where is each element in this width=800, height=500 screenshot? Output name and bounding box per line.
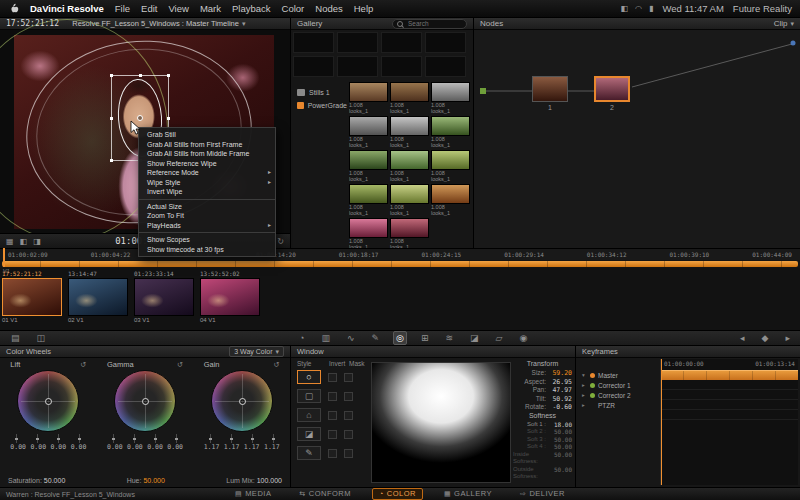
disclosure-triangle-icon[interactable]: ▸ bbox=[582, 382, 587, 388]
adjustment-value[interactable]: 50.000 bbox=[143, 477, 164, 484]
gallery-still[interactable]: 1.008 looks_1 bbox=[349, 184, 388, 216]
color-match-icon[interactable]: ◫ bbox=[34, 331, 49, 345]
nodes-mode-dropdown[interactable]: Clip▾ bbox=[774, 19, 794, 28]
wheel-value-r[interactable]: 0.00 bbox=[30, 443, 46, 451]
mask-toggle[interactable] bbox=[344, 411, 353, 420]
gallery-still[interactable]: 1.008 looks_1 bbox=[390, 82, 429, 114]
wipe-horizontal-icon[interactable]: ◧ bbox=[20, 237, 28, 246]
menu-item[interactable]: Nodes bbox=[315, 3, 342, 14]
rectangle-window[interactable]: ▢ bbox=[297, 389, 321, 403]
wheel-master-sliders[interactable] bbox=[196, 433, 288, 443]
page-tab[interactable]: ▤ MEDIA bbox=[228, 488, 278, 500]
disclosure-triangle-icon[interactable]: ▸ bbox=[582, 392, 587, 398]
clip-thumbnail[interactable] bbox=[200, 278, 260, 316]
transform-value[interactable]: 26.95 bbox=[549, 378, 572, 387]
wheel-value-y[interactable]: 0.00 bbox=[10, 443, 26, 451]
transform-value[interactable]: -0.60 bbox=[549, 403, 572, 412]
gallery-still[interactable]: 1.008 looks_1 bbox=[431, 116, 470, 148]
context-menu-item[interactable]: Show timecode at 30 fps bbox=[139, 245, 275, 255]
mask-toggle[interactable] bbox=[344, 449, 353, 458]
invert-toggle[interactable] bbox=[328, 449, 337, 458]
circle-window[interactable]: ○ bbox=[297, 370, 321, 384]
gallery-still[interactable]: 1.008 looks_1 bbox=[431, 184, 470, 216]
menu-item[interactable]: File bbox=[115, 3, 130, 14]
keyframe-timeline[interactable]: 01:00:00:00 01:00:13:14 bbox=[660, 359, 798, 485]
timeline-clip[interactable]: 01:23:33:14 03 V1 bbox=[134, 270, 194, 325]
empty-still-slot[interactable] bbox=[381, 32, 422, 53]
loop-icon[interactable]: ↻ bbox=[277, 237, 284, 246]
gradient-window[interactable]: ◪ bbox=[297, 427, 321, 441]
wheel-value-y[interactable]: 1.17 bbox=[204, 443, 220, 451]
gallery-still[interactable]: 1.008 looks_1 bbox=[390, 218, 429, 248]
clip-thumbnail[interactable] bbox=[2, 278, 62, 316]
wheel-puck-area[interactable] bbox=[17, 370, 79, 432]
wifi-icon[interactable]: ◠ bbox=[635, 4, 642, 13]
empty-still-slot[interactable] bbox=[293, 32, 334, 53]
apple-menu[interactable] bbox=[8, 3, 19, 14]
wheel-mode-dropdown[interactable]: 3 Way Color▾ bbox=[229, 346, 284, 357]
wheel-puck[interactable] bbox=[239, 398, 246, 405]
wheel-master-sliders[interactable] bbox=[2, 433, 94, 443]
window-matte-preview[interactable] bbox=[371, 362, 511, 483]
still-thumbnail[interactable] bbox=[349, 150, 388, 170]
still-thumbnail[interactable] bbox=[390, 150, 429, 170]
menu-item[interactable]: View bbox=[168, 3, 188, 14]
node-thumbnail[interactable] bbox=[532, 76, 568, 102]
adjustment-value[interactable]: 50.000 bbox=[44, 477, 65, 484]
still-thumbnail[interactable] bbox=[349, 116, 388, 136]
softness-value[interactable]: 50.00 bbox=[549, 428, 572, 436]
context-menu-item[interactable]: Wipe Style bbox=[139, 178, 275, 188]
adjustment-field[interactable]: Lum Mix:100.000 bbox=[226, 477, 282, 484]
still-thumbnail[interactable] bbox=[390, 116, 429, 136]
gallery-still[interactable]: 1.008 looks_1 bbox=[349, 218, 388, 248]
still-thumbnail[interactable] bbox=[349, 184, 388, 204]
corrector-node[interactable]: 1 bbox=[532, 76, 568, 102]
tracker-icon[interactable]: ⊞ bbox=[418, 331, 432, 345]
menubar-clock[interactable]: Wed 11:47 AM bbox=[662, 3, 723, 14]
menu-item[interactable]: Playback bbox=[232, 3, 271, 14]
empty-still-slot[interactable] bbox=[425, 32, 466, 53]
mask-toggle[interactable] bbox=[344, 430, 353, 439]
still-thumbnail[interactable] bbox=[349, 218, 388, 238]
empty-still-slot[interactable] bbox=[293, 56, 334, 77]
mask-toggle[interactable] bbox=[344, 373, 353, 382]
gallery-still[interactable]: 1.008 looks_1 bbox=[431, 150, 470, 182]
empty-still-slot[interactable] bbox=[425, 56, 466, 77]
transform-value[interactable]: 50.92 bbox=[549, 395, 572, 404]
transform-value[interactable]: 59.20 bbox=[549, 369, 572, 378]
invert-toggle[interactable] bbox=[328, 373, 337, 382]
gallery-still[interactable]: 1.008 looks_1 bbox=[349, 150, 388, 182]
timeline-scroll-bar[interactable] bbox=[2, 261, 798, 267]
clip-thumbnail[interactable] bbox=[68, 278, 128, 316]
gallery-still[interactable]: 1.008 looks_1 bbox=[349, 116, 388, 148]
still-thumbnail[interactable] bbox=[431, 184, 470, 204]
primaries-bars-icon[interactable]: ▥ bbox=[318, 331, 333, 345]
context-menu-item[interactable]: Show Scopes bbox=[139, 235, 275, 245]
still-thumbnail[interactable] bbox=[390, 184, 429, 204]
sizing-icon[interactable]: ▱ bbox=[493, 331, 506, 345]
wheel-value-y[interactable]: 0.00 bbox=[107, 443, 123, 451]
reset-icon[interactable]: ↺ bbox=[177, 360, 183, 369]
disclosure-triangle-icon[interactable]: ▾ bbox=[582, 372, 587, 378]
gallery-still[interactable]: 1.008 looks_1 bbox=[431, 82, 470, 114]
gallery-album[interactable]: PowerGrade bbox=[293, 99, 347, 112]
adjustment-field[interactable]: Hue:50.000 bbox=[127, 477, 165, 484]
context-menu-item[interactable]: Invert Wipe bbox=[139, 187, 275, 200]
curves-icon[interactable]: ∿ bbox=[344, 331, 358, 345]
page-tab[interactable]: ▦ GALLERY bbox=[437, 488, 499, 500]
prev-keyframe-icon[interactable]: ◂ bbox=[737, 331, 748, 345]
empty-still-slot[interactable] bbox=[337, 56, 378, 77]
wheel-value-g[interactable]: 1.17 bbox=[244, 443, 260, 451]
timeline-clip[interactable]: 13:14:47 02 V1 bbox=[68, 270, 128, 325]
adjustment-value[interactable]: 100.000 bbox=[257, 477, 282, 484]
grid-wipe-icon[interactable]: ▦ bbox=[6, 237, 14, 246]
menu-item[interactable]: Edit bbox=[141, 3, 157, 14]
still-thumbnail[interactable] bbox=[431, 116, 470, 136]
empty-still-slot[interactable] bbox=[381, 56, 422, 77]
reset-icon[interactable]: ↺ bbox=[80, 360, 86, 369]
node-graph[interactable]: 1 2 bbox=[474, 30, 800, 248]
gallery-search[interactable] bbox=[392, 19, 467, 29]
gallery-still[interactable]: 1.008 looks_1 bbox=[390, 116, 429, 148]
search-input[interactable] bbox=[406, 19, 462, 28]
softness-value[interactable]: 50.00 bbox=[552, 451, 572, 466]
